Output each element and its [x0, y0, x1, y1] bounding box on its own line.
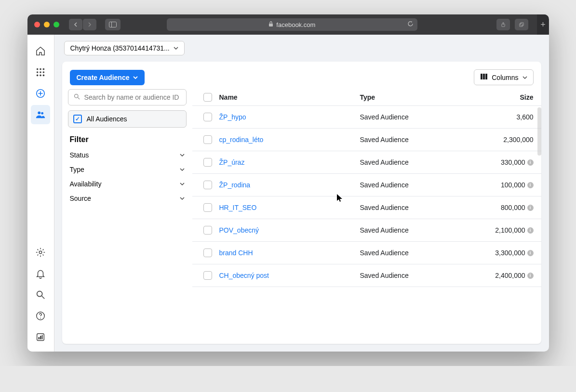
row-checkbox[interactable] — [203, 113, 212, 121]
svg-rect-5 — [521, 23, 523, 26]
row-checkbox[interactable] — [203, 271, 212, 280]
audience-size: 330,000 i — [466, 158, 534, 166]
nav-apps[interactable] — [31, 63, 50, 82]
scrollbar[interactable] — [537, 107, 541, 156]
audiences-card: Create Audience Columns — [62, 62, 541, 344]
svg-point-21 — [40, 318, 41, 319]
create-audience-button[interactable]: Create Audience — [70, 70, 145, 85]
row-checkbox[interactable] — [203, 248, 212, 257]
reload-button[interactable] — [407, 21, 414, 28]
audience-name-link[interactable]: brand CHH — [219, 249, 360, 257]
audience-name-link[interactable]: ŽP_hypo — [219, 113, 360, 121]
content-area: Chytrý Honza (3537014414731... Create Au… — [27, 35, 549, 352]
row-checkbox[interactable] — [203, 226, 212, 235]
table-row: CH_obecný postSaved Audience2,400,000 i — [192, 264, 541, 287]
create-audience-label: Create Audience — [77, 74, 130, 81]
close-window-button[interactable] — [34, 22, 40, 27]
audience-size: 2,400,000 i — [466, 272, 534, 279]
col-size[interactable]: Size — [466, 93, 534, 101]
columns-label: Columns — [492, 74, 518, 81]
filter-row-status[interactable]: Status — [68, 148, 187, 162]
col-type[interactable]: Type — [360, 93, 466, 101]
svg-point-6 — [37, 68, 39, 70]
filter-label: Status — [70, 151, 89, 159]
filter-row-type[interactable]: Type — [68, 162, 187, 177]
search-input[interactable] — [84, 93, 181, 101]
nav-create[interactable] — [31, 84, 50, 103]
filter-row-source[interactable]: Source — [68, 191, 187, 206]
svg-point-16 — [38, 111, 40, 114]
card-body: ✓ All Audiences Filter StatusTypeAvailab… — [62, 89, 541, 344]
address-bar[interactable]: facebook.com — [167, 18, 417, 31]
search-box[interactable] — [68, 89, 187, 105]
row-checkbox[interactable] — [203, 203, 212, 212]
audience-size: 2,100,000 i — [466, 226, 534, 234]
svg-rect-25 — [42, 335, 43, 339]
svg-point-8 — [43, 68, 45, 70]
audience-size: 3,300,000 i — [466, 249, 534, 257]
account-dropdown[interactable]: Chytrý Honza (3537014414731... — [64, 41, 185, 55]
audience-type: Saved Audience — [360, 272, 466, 279]
tabs-button[interactable] — [515, 19, 528, 30]
row-checkbox[interactable] — [203, 135, 212, 144]
audience-name-link[interactable]: HR_IT_SEO — [219, 204, 360, 211]
search-icon — [73, 93, 80, 102]
forward-button[interactable] — [83, 19, 96, 30]
info-icon[interactable]: i — [527, 182, 534, 188]
filter-label: Availability — [70, 180, 102, 188]
nav-audiences[interactable] — [31, 105, 50, 124]
nav-notifications[interactable] — [31, 264, 50, 283]
chevron-down-icon — [522, 74, 527, 81]
sidebar-toggle-button[interactable] — [105, 19, 121, 30]
svg-point-9 — [37, 71, 39, 73]
svg-point-11 — [43, 71, 45, 73]
select-all-checkbox[interactable] — [203, 93, 212, 102]
audience-name-link[interactable]: CH_obecný post — [219, 272, 360, 279]
audience-type: Saved Audience — [360, 158, 466, 166]
top-bar: Chytrý Honza (3537014414731... — [54, 35, 549, 62]
audience-type: Saved Audience — [360, 249, 466, 257]
svg-rect-26 — [481, 74, 482, 79]
all-audiences-toggle[interactable]: ✓ All Audiences — [68, 110, 187, 128]
share-button[interactable] — [496, 19, 510, 30]
audience-name-link[interactable]: ŽP_rodina — [219, 181, 360, 189]
info-icon[interactable]: i — [527, 273, 534, 279]
info-icon[interactable]: i — [527, 227, 534, 234]
svg-point-19 — [37, 291, 42, 297]
chevron-down-icon — [180, 166, 185, 173]
nav-reports[interactable] — [31, 327, 50, 347]
svg-point-7 — [40, 68, 41, 70]
nav-settings[interactable] — [31, 243, 50, 262]
columns-button[interactable]: Columns — [474, 69, 533, 85]
svg-rect-28 — [485, 74, 487, 79]
minimize-window-button[interactable] — [44, 22, 50, 27]
col-name[interactable]: Name — [219, 93, 360, 101]
svg-rect-24 — [40, 336, 41, 339]
audience-name-link[interactable]: ŽP_úraz — [219, 158, 360, 166]
filter-row-availability[interactable]: Availability — [68, 177, 187, 191]
nav-search[interactable] — [31, 285, 50, 304]
new-tab-button[interactable]: + — [537, 14, 549, 35]
filter-label: Type — [70, 166, 84, 173]
table-row: ŽP_rodinaSaved Audience100,000 i — [192, 174, 541, 196]
svg-point-17 — [41, 112, 43, 115]
chevron-down-icon — [133, 74, 138, 81]
nav-home[interactable] — [31, 41, 50, 61]
back-button[interactable] — [69, 19, 82, 30]
info-icon[interactable]: i — [527, 205, 534, 211]
info-icon[interactable]: i — [527, 159, 534, 166]
filter-heading: Filter — [70, 135, 185, 144]
svg-rect-0 — [109, 22, 116, 27]
chevron-down-icon — [174, 44, 178, 52]
audience-type: Saved Audience — [360, 204, 466, 211]
left-nav — [27, 35, 54, 352]
info-icon[interactable]: i — [527, 250, 534, 256]
nav-help[interactable] — [31, 306, 50, 326]
main-panel: Chytrý Honza (3537014414731... Create Au… — [54, 35, 549, 352]
row-checkbox[interactable] — [203, 181, 212, 189]
audience-name-link[interactable]: POV_obecný — [219, 226, 360, 234]
row-checkbox[interactable] — [203, 158, 212, 167]
audience-name-link[interactable]: cp_rodina_léto — [219, 136, 360, 144]
maximize-window-button[interactable] — [54, 22, 59, 27]
lock-icon — [268, 21, 273, 28]
